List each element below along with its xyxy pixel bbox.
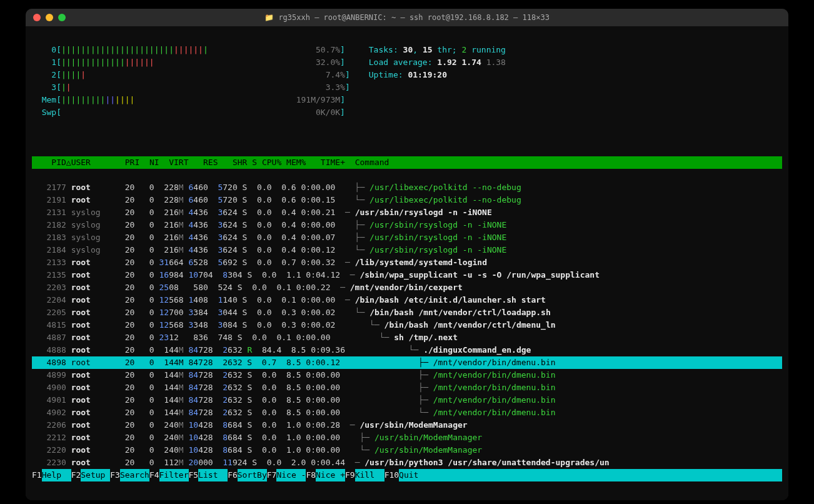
- fkey-F3[interactable]: F3: [110, 469, 120, 481]
- cpu-bar-2: |||||: [61, 70, 321, 79]
- terminal-window: 📁 rg35xxh — root@ANBERNIC: ~ — ssh root@…: [26, 9, 788, 500]
- maximize-button[interactable]: [58, 14, 66, 21]
- cpu-meter-2: 2[||||| 7.4%]: [32, 69, 350, 81]
- cpu-bar-3: ||: [61, 83, 321, 92]
- meters-area: 0[|||||||||||||||||||||||||||||| 50.7%] …: [32, 44, 782, 119]
- terminal-body[interactable]: 0[|||||||||||||||||||||||||||||| 50.7%] …: [26, 26, 788, 500]
- bottom-padding: [32, 481, 782, 500]
- fkey-F1[interactable]: F1: [32, 469, 42, 481]
- column-header[interactable]: PID△USER PRI NI VIRT RES SHR S CPU% MEM%…: [32, 156, 782, 169]
- process-row[interactable]: 4901 root 20 0 144M 84728 2632 S 0.0 8.5…: [32, 394, 782, 406]
- process-row-selected[interactable]: 4898 root 20 0 144M 84728 2632 S 0.7 8.5…: [32, 356, 782, 369]
- flabel-F5[interactable]: List: [198, 469, 228, 481]
- fkey-F9[interactable]: F9: [345, 469, 355, 481]
- swp-bar: [61, 108, 316, 117]
- process-row[interactable]: 2230 root 20 0 112M 20000 11924 S 0.0 2.…: [32, 456, 782, 469]
- process-row[interactable]: 4815 root 20 0 12568 3348 3084 S 0.0 0.3…: [32, 319, 782, 331]
- process-row[interactable]: 2131 syslog 20 0 216M 4436 3624 S 0.0 0.…: [32, 206, 782, 219]
- cpu-bar-1: |||||||||||||||||||: [61, 58, 316, 67]
- flabel-F6[interactable]: SortBy: [238, 469, 267, 481]
- folder-icon: 📁: [264, 13, 274, 22]
- cpu-meter-0: 0[|||||||||||||||||||||||||||||| 50.7%]: [32, 44, 350, 56]
- fkey-F10[interactable]: F10: [384, 469, 399, 481]
- process-row[interactable]: 2220 root 20 0 240M 10428 8684 S 0.0 1.0…: [32, 444, 782, 456]
- traffic-lights: [33, 14, 66, 21]
- process-row[interactable]: 2182 syslog 20 0 216M 4436 3624 S 0.0 0.…: [32, 219, 782, 231]
- flabel-F8[interactable]: Nice +: [316, 469, 345, 481]
- load-line: Load average: 1.92 1.74 1.38: [369, 56, 506, 69]
- blank-line: [32, 131, 782, 144]
- cpu-meter-3: 3[|| 3.3%]: [32, 81, 350, 94]
- flabel-F4[interactable]: Filter: [159, 469, 189, 481]
- process-row[interactable]: 4887 root 20 0 2312 836 748 S 0.0 0.1 0:…: [32, 331, 782, 344]
- process-row[interactable]: 2184 syslog 20 0 216M 4436 3624 S 0.0 0.…: [32, 244, 782, 256]
- fkey-F7[interactable]: F7: [267, 469, 277, 481]
- cpu-meter-1: 1[||||||||||||||||||| 32.0%]: [32, 56, 350, 69]
- process-row[interactable]: 4900 root 20 0 144M 84728 2632 S 0.0 8.5…: [32, 381, 782, 394]
- footer-pad: [428, 469, 782, 481]
- process-row[interactable]: 2133 root 20 0 31664 6528 5692 S 0.0 0.7…: [32, 256, 782, 269]
- window-title: 📁 rg35xxh — root@ANBERNIC: ~ — ssh root@…: [26, 12, 788, 23]
- fkey-F4[interactable]: F4: [149, 469, 159, 481]
- fkey-F2[interactable]: F2: [71, 469, 81, 481]
- flabel-F3[interactable]: Search: [120, 469, 149, 481]
- meters-right: Tasks: 30, 15 thr; 2 runningLoad average…: [350, 44, 506, 119]
- uptime-line: Uptime: 01:19:20: [369, 69, 506, 81]
- process-row[interactable]: 2212 root 20 0 240M 10428 8684 S 0.0 1.0…: [32, 431, 782, 444]
- swp-meter: Swp[ 0K/0K]: [32, 106, 350, 119]
- process-row[interactable]: 4902 root 20 0 144M 84728 2632 S 0.0 8.5…: [32, 406, 782, 419]
- titlebar: 📁 rg35xxh — root@ANBERNIC: ~ — ssh root@…: [26, 9, 788, 26]
- mem-bar: |||||||||||||||: [61, 95, 296, 104]
- process-row[interactable]: 2203 root 20 0 2508 580 524 S 0.0 0.1 0:…: [32, 281, 782, 294]
- process-row[interactable]: 4888 root 20 0 144M 84728 2632 R 84.4 8.…: [32, 344, 782, 356]
- process-row[interactable]: 2206 root 20 0 240M 10428 8684 S 0.0 1.0…: [32, 419, 782, 431]
- process-row[interactable]: 2191 root 20 0 228M 6460 5720 S 0.0 0.6 …: [32, 194, 782, 206]
- tasks-line: Tasks: 30, 15 thr; 2 running: [369, 44, 506, 56]
- process-table[interactable]: 2177 root 20 0 228M 6460 5720 S 0.0 0.6 …: [32, 181, 782, 469]
- process-row[interactable]: 2177 root 20 0 228M 6460 5720 S 0.0 0.6 …: [32, 181, 782, 194]
- flabel-F9[interactable]: Kill: [355, 469, 384, 481]
- mem-meter: Mem[||||||||||||||| 191M/973M]: [32, 94, 350, 106]
- process-row[interactable]: 4899 root 20 0 144M 84728 2632 S 0.0 8.5…: [32, 369, 782, 381]
- footer-bar: F1Help F2Setup F3SearchF4FilterF5List F6…: [32, 469, 782, 481]
- fkey-F5[interactable]: F5: [189, 469, 199, 481]
- process-row[interactable]: 2205 root 20 0 12700 3384 3044 S 0.0 0.3…: [32, 306, 782, 319]
- process-row[interactable]: 2204 root 20 0 12568 1408 1140 S 0.0 0.1…: [32, 294, 782, 306]
- fkey-F8[interactable]: F8: [306, 469, 316, 481]
- cpu-bar-0: ||||||||||||||||||||||||||||||: [61, 45, 316, 54]
- minimize-button[interactable]: [46, 14, 53, 21]
- flabel-F10[interactable]: Quit: [399, 469, 428, 481]
- flabel-F2[interactable]: Setup: [81, 469, 110, 481]
- process-row[interactable]: 2183 syslog 20 0 216M 4436 3624 S 0.0 0.…: [32, 231, 782, 244]
- fkey-F6[interactable]: F6: [228, 469, 238, 481]
- process-row[interactable]: 2135 root 20 0 16984 10704 8304 S 0.0 1.…: [32, 269, 782, 281]
- flabel-F7[interactable]: Nice -: [276, 469, 306, 481]
- meters-left: 0[|||||||||||||||||||||||||||||| 50.7%] …: [32, 44, 350, 119]
- flabel-F1[interactable]: Help: [42, 469, 71, 481]
- close-button[interactable]: [33, 14, 41, 21]
